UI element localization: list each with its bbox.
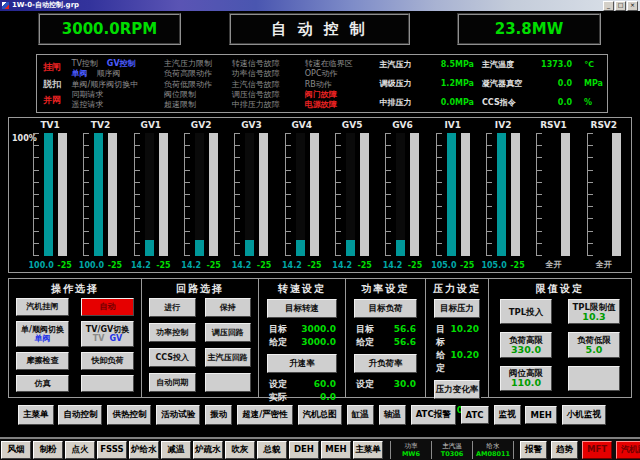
page-main-menu[interactable]: 主菜单 (353, 441, 383, 459)
ccs-engage-button[interactable]: CCS投入 (149, 348, 196, 367)
cylinder-temp-button[interactable]: 缸温 (347, 405, 374, 425)
page-fsss[interactable]: FSSS (97, 441, 127, 459)
load-target-fields: 目标56.6 给定56.6 (346, 321, 425, 352)
trend-button[interactable]: 趋势 (551, 441, 578, 459)
auto-control-button[interactable]: 自动控制 (58, 405, 102, 425)
temperature-label: CCS指令 (482, 98, 536, 108)
valve-scale-axis (436, 133, 442, 256)
pressure-readout-row: 中排压力0.0MPa (380, 98, 474, 108)
maximize-button[interactable]: □ (615, 1, 626, 11)
page-desuperheat[interactable]: 减温 (161, 441, 191, 459)
sub-label-blue: 单阀 (35, 334, 51, 343)
page-boiler-feedwater[interactable]: 炉给水 (129, 441, 159, 459)
pressure-rate-button[interactable]: 压力变化率 (434, 380, 480, 399)
tpl-limit-value-button[interactable]: TPL限制值10.3 (568, 299, 620, 324)
valve-scale-axis (83, 133, 89, 256)
load-low-limit-button[interactable]: 负荷低限5.0 (568, 332, 620, 357)
monitor-button[interactable]: 监视 (494, 405, 521, 425)
fast-unload-button[interactable]: 快卸负荷 (81, 352, 134, 370)
page-ignition[interactable]: 点火 (65, 441, 95, 459)
vibration-button[interactable]: 振动 (205, 405, 232, 425)
valve-activity-test-button[interactable]: 活动试验 (156, 405, 200, 425)
speed-rate-button[interactable]: 升速率 (267, 354, 337, 373)
sub-label-blue: GV (109, 334, 122, 343)
turbine-overview-button[interactable]: 汽机总图 (298, 405, 342, 425)
page-deh[interactable]: DEH (289, 441, 319, 459)
valve-position-bar (145, 133, 154, 256)
button-label: 单/顺阀切换 (21, 325, 64, 334)
power-control-button[interactable]: 功率控制 (149, 323, 196, 342)
valve-values: 14.2-25 (226, 256, 276, 270)
heat-supply-control-button[interactable]: 供热控制 (107, 405, 151, 425)
pressure-regulation-loop-button[interactable]: 调压回路 (205, 323, 252, 342)
temperature-readout-row: 主汽温度1373.0℃ (482, 60, 603, 70)
single-seq-valve-switch-button[interactable]: 单/顺阀切换单阀 (16, 321, 69, 348)
atc-button[interactable]: ATC (461, 406, 489, 424)
simulation-button[interactable]: 仿真 (16, 375, 69, 393)
target-speed-button[interactable]: 目标转速 (267, 299, 337, 318)
load-rate-button[interactable]: 升负荷率 (354, 354, 417, 373)
misc-indicator: 电源故障 (305, 100, 380, 110)
mode-indicator: 单阀 (72, 69, 88, 79)
hold-button[interactable]: 保持 (205, 298, 252, 317)
valve-position-value: 14.2 (232, 261, 252, 270)
valve-position-value: 100.0 (79, 261, 104, 270)
page-pulverizing[interactable]: 制粉 (33, 441, 63, 459)
valve-label: GV4 (291, 120, 312, 133)
auto-button[interactable]: 自动 (81, 298, 134, 316)
turbine-latch-button[interactable]: 汽机挂闸 (16, 298, 69, 316)
blank-button (568, 366, 620, 391)
small-turbine-monitor-button[interactable]: 小机监视 (562, 405, 606, 425)
valve-position-value: 14.2 (383, 261, 403, 270)
button-label: TV/GV切换 (86, 325, 129, 334)
valve-demand-value: -25 (206, 261, 220, 270)
trip-status-column: 挂闸脱扣并网 (43, 59, 72, 109)
atc-alarm-button[interactable]: ATC报警 (411, 405, 456, 425)
temperature-unit: MPa (584, 79, 603, 89)
valve-scale-axis (33, 133, 39, 256)
overspeed-tightness-button[interactable]: 超速/严密性 (237, 405, 293, 425)
target-pressure-button[interactable]: 目标压力 (434, 299, 480, 318)
page-sootblow[interactable]: 吹灰 (225, 441, 255, 459)
mft-button[interactable]: MFT (582, 441, 612, 459)
turbine-trip-button[interactable]: 汽机跳闸 (616, 441, 640, 459)
target-load-button[interactable]: 目标负荷 (354, 299, 417, 318)
valve-position-fill (195, 240, 204, 256)
speed-target-fields: 目标3000.0 给定3000.0 (259, 321, 345, 352)
blank-button (81, 375, 134, 393)
close-button[interactable]: × (627, 1, 638, 11)
valve-bars (285, 133, 319, 256)
valve-demand-bar (58, 133, 67, 256)
tpl-engage-button[interactable]: TPL投入 (500, 299, 552, 324)
load-rate-fields: 设定30.0 (346, 376, 425, 394)
limit-setting-panel: 限值设定 TPL投入TPL限制值10.3负荷高限330.0负荷低限5.0阀位高限… (489, 279, 631, 397)
page-boiler-drain[interactable]: 炉疏水 (193, 441, 223, 459)
main-menu-button[interactable]: 主菜单 (18, 405, 54, 425)
misc-indicator: RB动作 (305, 80, 380, 90)
valve-values: 105.0-25 (478, 256, 528, 270)
field-value: 10.20 (451, 323, 479, 349)
load-high-limit-button[interactable]: 负荷高限330.0 (500, 332, 552, 357)
valve-position-value: 14.2 (131, 261, 151, 270)
page-meh[interactable]: MEH (321, 441, 351, 459)
auto-sync-button[interactable]: 自动同期 (149, 373, 196, 392)
run-button[interactable]: 进行 (149, 298, 196, 317)
page-overview[interactable]: 总貌 (257, 441, 287, 459)
minimize-button[interactable]: _ (603, 1, 614, 11)
field-label: 目标 (356, 323, 374, 336)
tv-gv-switch-button[interactable]: TV/GV切换TVGV (81, 321, 134, 348)
app-icon (2, 2, 9, 9)
mode-indicator-row: 遥控请求 (72, 100, 165, 110)
shaft-temp-button[interactable]: 轴温 (379, 405, 406, 425)
page-wind-smoke[interactable]: 风烟 (1, 441, 31, 459)
valve-bar-spacer (598, 133, 607, 256)
friction-check-button[interactable]: 摩擦检查 (16, 352, 69, 370)
valve-position-high-limit-button[interactable]: 阀位高限110.0 (500, 366, 552, 391)
trip-indicator: 并网 (43, 95, 72, 105)
field-label: 目标 (436, 323, 451, 349)
button-label: 主汽压回路 (208, 353, 248, 362)
valve-demand-bar (108, 133, 117, 256)
meh-button[interactable]: MEH (525, 406, 556, 424)
alarm-button[interactable]: 报警 (520, 441, 547, 459)
main-steam-pressure-loop-button[interactable]: 主汽压回路 (205, 348, 252, 367)
